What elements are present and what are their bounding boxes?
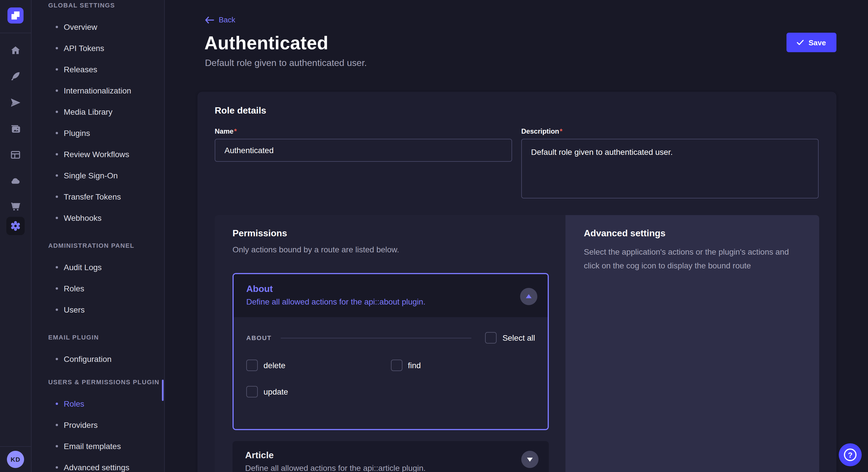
accordion-article[interactable]: Article Define all allowed actions for t… bbox=[232, 441, 549, 472]
permissions-section: Permissions Only actions bound by a rout… bbox=[215, 215, 819, 472]
accordion-about: About Define all allowed actions for the… bbox=[232, 273, 549, 430]
rail-divider-bottom bbox=[0, 446, 31, 447]
media-library-icon[interactable] bbox=[10, 123, 21, 135]
bullet-icon bbox=[56, 195, 58, 198]
sidebar-item-overview[interactable]: Overview bbox=[32, 16, 164, 37]
sidebar-item-advanced-settings[interactable]: Advanced settings bbox=[32, 457, 164, 472]
update-checkbox[interactable] bbox=[246, 386, 258, 398]
sidebar-item-providers[interactable]: Providers bbox=[32, 414, 164, 435]
page-subtitle: Default role given to authenticated user… bbox=[205, 58, 367, 68]
sidebar-item-media-library[interactable]: Media Library bbox=[32, 101, 164, 122]
description-textarea[interactable]: Default role given to authenticated user… bbox=[521, 139, 818, 198]
role-details-fields: Name* Description* Default role given to… bbox=[215, 127, 819, 201]
group-divider bbox=[281, 338, 471, 338]
find-label: find bbox=[408, 361, 421, 370]
role-details-title: Role details bbox=[215, 105, 267, 116]
bullet-icon bbox=[56, 68, 58, 70]
page-title: Authenticated bbox=[205, 33, 329, 54]
home-icon[interactable] bbox=[10, 45, 21, 56]
delete-label: delete bbox=[264, 361, 285, 370]
bullet-icon bbox=[56, 89, 58, 92]
description-label: Description* bbox=[521, 127, 818, 135]
accordion-about-subtitle: Define all allowed actions for the api::… bbox=[246, 297, 536, 306]
rail-divider bbox=[0, 33, 31, 33]
sidebar-section-email-plugin: Email plugin bbox=[32, 333, 164, 342]
check-icon bbox=[797, 40, 804, 45]
bullet-icon bbox=[56, 402, 58, 405]
delete-checkbox[interactable] bbox=[246, 360, 258, 371]
sidebar-item-plugins[interactable]: Plugins bbox=[32, 122, 164, 143]
permissions-title: Permissions bbox=[232, 228, 287, 239]
sidebar-item-single-sign-on[interactable]: Single Sign-On bbox=[32, 165, 164, 186]
bullet-icon bbox=[56, 308, 58, 310]
bullet-icon bbox=[56, 358, 58, 360]
about-group-label: About bbox=[246, 334, 272, 341]
sidebar-item-audit-logs[interactable]: Audit Logs bbox=[32, 256, 164, 278]
bullet-icon bbox=[56, 110, 58, 113]
accordion-about-header[interactable]: About Define all allowed actions for the… bbox=[234, 274, 548, 317]
save-button[interactable]: Save bbox=[786, 33, 836, 52]
advanced-settings-panel: Advanced settings Select the application… bbox=[565, 215, 819, 472]
bullet-icon bbox=[56, 287, 58, 289]
role-card: Role details Name* Description* Default … bbox=[197, 92, 836, 472]
main-nav-rail: KD bbox=[0, 0, 32, 472]
required-asterisk: * bbox=[560, 127, 562, 135]
bullet-icon bbox=[56, 445, 58, 447]
sidebar-item-api-tokens[interactable]: API Tokens bbox=[32, 37, 164, 59]
app-window: KD Global settings Overview API Tokens R… bbox=[0, 0, 868, 472]
find-checkbox[interactable] bbox=[391, 360, 402, 371]
expand-button[interactable] bbox=[521, 451, 538, 468]
action-delete: delete bbox=[246, 360, 391, 371]
sidebar-item-webhooks[interactable]: Webhooks bbox=[32, 207, 164, 228]
settings-sidebar: Global settings Overview API Tokens Rele… bbox=[32, 0, 165, 472]
bullet-icon bbox=[56, 132, 58, 134]
accordion-about-title: About bbox=[246, 284, 536, 294]
sidebar-scrollbar-thumb[interactable] bbox=[162, 380, 164, 401]
bullet-icon bbox=[56, 216, 58, 219]
sidebar-section-users-permissions-plugin: Users & Permissions plugin bbox=[32, 377, 164, 386]
paper-plane-icon[interactable] bbox=[10, 97, 21, 108]
layout-icon[interactable] bbox=[10, 149, 21, 161]
back-arrow-icon bbox=[205, 16, 214, 23]
sidebar-item-up-roles[interactable]: Roles bbox=[32, 393, 164, 414]
help-button[interactable]: ? bbox=[839, 443, 862, 466]
description-field-group: Description* Default role given to authe… bbox=[521, 127, 818, 201]
sidebar-item-releases[interactable]: Releases bbox=[32, 59, 164, 80]
select-all-label: Select all bbox=[502, 333, 535, 342]
back-link[interactable]: Back bbox=[205, 15, 236, 24]
sidebar-item-email-templates[interactable]: Email templates bbox=[32, 435, 164, 457]
sidebar-section-administration-panel: Administration panel bbox=[32, 241, 164, 250]
bullet-icon bbox=[56, 266, 58, 268]
sidebar-item-transfer-tokens[interactable]: Transfer Tokens bbox=[32, 186, 164, 207]
sidebar-item-configuration[interactable]: Configuration bbox=[32, 348, 164, 369]
bullet-icon bbox=[56, 47, 58, 49]
about-group-row: About Select all bbox=[246, 317, 535, 343]
sidebar-item-users[interactable]: Users bbox=[32, 299, 164, 320]
sidebar-section-global-settings: Global settings bbox=[32, 1, 164, 10]
sidebar-item-internationalization[interactable]: Internationalization bbox=[32, 80, 164, 101]
select-all-checkbox[interactable] bbox=[485, 332, 497, 343]
bullet-icon bbox=[56, 153, 58, 155]
sidebar-item-review-workflows[interactable]: Review Workflows bbox=[32, 143, 164, 165]
name-input[interactable] bbox=[215, 139, 512, 162]
accordion-article-subtitle: Define all allowed actions for the api::… bbox=[245, 463, 537, 472]
cloud-icon[interactable] bbox=[10, 175, 21, 187]
feather-icon[interactable] bbox=[10, 71, 21, 82]
accordion-article-title: Article bbox=[245, 450, 537, 461]
settings-gear-icon bbox=[10, 220, 21, 232]
update-label: update bbox=[264, 387, 288, 396]
sidebar-item-admin-roles[interactable]: Roles bbox=[32, 278, 164, 299]
required-asterisk: * bbox=[234, 127, 237, 135]
strapi-logo[interactable] bbox=[7, 7, 24, 24]
permissions-subtitle: Only actions bound by a route are listed… bbox=[232, 245, 399, 254]
actions-grid: delete find update bbox=[246, 360, 535, 398]
cart-icon[interactable] bbox=[10, 201, 21, 212]
chevron-down-icon bbox=[527, 458, 533, 462]
advanced-settings-title: Advanced settings bbox=[584, 228, 665, 239]
settings-gear-active[interactable] bbox=[6, 217, 25, 235]
bullet-icon bbox=[56, 174, 58, 176]
advanced-settings-description: Select the application's actions or the … bbox=[584, 245, 801, 272]
user-avatar[interactable]: KD bbox=[7, 451, 24, 468]
collapse-button[interactable] bbox=[520, 288, 537, 305]
bullet-icon bbox=[56, 26, 58, 28]
